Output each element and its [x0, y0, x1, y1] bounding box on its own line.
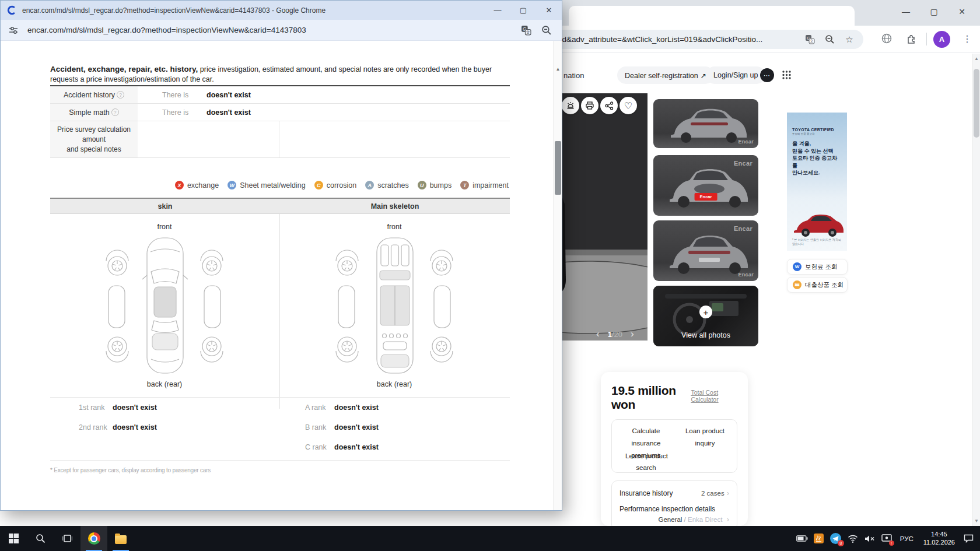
- battery-icon[interactable]: [796, 533, 808, 545]
- zoom-out-icon[interactable]: [824, 34, 835, 45]
- windows-taskbar: 8 ! РУС 14:45 11.02.2026: [0, 526, 980, 551]
- carousel-prev-icon[interactable]: ‹: [596, 328, 600, 340]
- history-box: Insurance history 2 cases› Performance i…: [611, 480, 737, 526]
- ad-brand: TOYOTA CERTIFIED: [792, 128, 842, 132]
- insurance-history-value: 2 cases: [701, 490, 724, 497]
- address-bar[interactable]: ed&adv_attribute=&wtClick_korList=019&ad…: [542, 30, 863, 49]
- legend-item: WSheet metal/welding: [228, 181, 306, 189]
- popup-close-button[interactable]: ✕: [536, 1, 562, 20]
- footnote: * Except for passenger cars, display acc…: [50, 467, 211, 473]
- ad-car-image: [789, 212, 845, 238]
- dealer-self-registration-button[interactable]: Dealer self-registration ↗: [617, 66, 714, 84]
- popup-maximize-button[interactable]: ▢: [510, 1, 536, 20]
- rank-value: doesn't exist: [113, 403, 157, 412]
- carousel-next-icon[interactable]: ›: [631, 328, 634, 340]
- globe-icon[interactable]: [878, 30, 895, 47]
- popup-scrollbar-thumb[interactable]: [555, 141, 561, 195]
- popup-minimize-button[interactable]: —: [485, 1, 510, 20]
- legend-item: Timpairment: [460, 181, 509, 189]
- translate-icon[interactable]: G文: [804, 34, 816, 45]
- scroll-down-icon[interactable]: ▼: [972, 518, 980, 524]
- encar-watermark: Encar: [734, 160, 752, 167]
- extensions-icon[interactable]: [903, 30, 919, 47]
- telegram-badge: 8: [838, 540, 844, 546]
- rank-label: A rank: [305, 403, 326, 412]
- start-button[interactable]: [0, 526, 27, 551]
- skeleton-car-diagram: [328, 236, 461, 377]
- chevron-right-icon: ›: [727, 489, 729, 497]
- popup-translate-icon[interactable]: G文: [521, 25, 531, 36]
- taskbar-explorer-icon[interactable]: [107, 526, 134, 551]
- url-text[interactable]: ed&adv_attribute=&wtClick_korList=019&ad…: [558, 35, 804, 44]
- main-scrollbar[interactable]: ▲ ▼: [972, 54, 980, 526]
- task-view-button[interactable]: [54, 526, 80, 551]
- chat-icon[interactable]: ⋯: [760, 68, 774, 82]
- exist-label: There is: [162, 91, 198, 99]
- window-controls: — ▢ ✕: [894, 3, 974, 20]
- carousel-page-indicator: 1/20: [608, 330, 622, 339]
- cell-divider: [279, 121, 279, 157]
- taskbar-search-button[interactable]: [27, 526, 54, 551]
- display-alert-tray-icon[interactable]: !: [881, 533, 892, 545]
- volume-muted-icon[interactable]: [864, 533, 876, 545]
- share-icon[interactable]: [600, 97, 618, 114]
- skin-car-diagram: [98, 236, 231, 377]
- siren-report-icon[interactable]: [562, 97, 579, 114]
- inspection-row[interactable]: Performance inspection details General /…: [620, 505, 729, 524]
- popup-scrollbar[interactable]: ▲: [553, 41, 562, 510]
- photo-carousel-controls: ‹ 1/20 ›: [596, 328, 634, 340]
- popup-url[interactable]: encar.com/md/sl/mdsl_regcar.do?method=in…: [27, 26, 521, 34]
- total-cost-calculator-link[interactable]: Total Cost Calculator: [691, 389, 737, 403]
- thumbnail-front[interactable]: Encar Encar: [653, 155, 758, 216]
- loan-product-inquiry-button[interactable]: Loan product inquiry: [677, 425, 733, 450]
- print-icon[interactable]: [581, 97, 598, 114]
- wifi-icon[interactable]: [847, 533, 859, 545]
- close-button[interactable]: ✕: [950, 3, 974, 20]
- insurance-history-row[interactable]: Insurance history 2 cases›: [620, 489, 729, 497]
- insurance-fee-lookup-button[interactable]: W 보험료 조회: [787, 259, 848, 275]
- divider: [50, 397, 510, 398]
- row-label: Accident history?: [50, 86, 138, 103]
- loan-product-lookup-button[interactable]: ₩ 대출상품 조회: [787, 277, 848, 293]
- ad-line: 만나보세요.: [792, 169, 842, 177]
- table-row: Simple math? There isdoesn't exist: [50, 104, 510, 121]
- toyota-ad-banner[interactable]: TOYOTA CERTIFIED 토요타 인증 중고차 올 겨울, 믿을 수 있…: [787, 113, 847, 251]
- skeleton-section-title: Main skeleton: [280, 199, 510, 213]
- scroll-up-icon[interactable]: ▲: [972, 56, 980, 61]
- thumbnail-rear-2[interactable]: Encar Encar: [653, 220, 758, 281]
- menu-kebab-icon[interactable]: ⋮: [961, 30, 973, 47]
- favorite-heart-icon[interactable]: ♡: [620, 97, 637, 114]
- popup-titlebar[interactable]: encar.com/md/sl/mdsl_regcar.do?method=in…: [1, 1, 562, 20]
- rank-label: 1st rank: [79, 403, 104, 412]
- bookmark-star-icon[interactable]: ☆: [844, 34, 855, 45]
- login-signup-button[interactable]: Login/Sign up: [706, 66, 765, 84]
- language-indicator[interactable]: РУС: [898, 535, 916, 542]
- calc-insurance-lease-buttons[interactable]: Calculate insurance premiumsLease produc…: [615, 425, 677, 474]
- view-all-photos-label[interactable]: View all photos: [653, 331, 758, 339]
- rank-value: doesn't exist: [113, 423, 157, 431]
- skeleton-back-label: back (rear): [336, 380, 453, 388]
- java-tray-icon[interactable]: [813, 533, 825, 545]
- impairment-icon: T: [460, 181, 469, 189]
- apps-grid-icon[interactable]: [782, 70, 792, 80]
- insurance-icon: W: [793, 262, 802, 271]
- minimize-button[interactable]: —: [894, 3, 918, 20]
- damage-legend: Xexchange WSheet metal/welding Ccorrosio…: [175, 181, 509, 189]
- taskbar-chrome-icon[interactable]: [80, 526, 107, 551]
- info-icon[interactable]: ?: [117, 91, 124, 99]
- date: 11.02.2026: [923, 539, 955, 547]
- thumbnail-rear-1[interactable]: Encar: [653, 99, 758, 148]
- info-icon[interactable]: ?: [111, 108, 119, 116]
- telegram-tray-icon[interactable]: 8: [830, 533, 842, 545]
- browser-tab[interactable]: [569, 6, 855, 26]
- taskbar-clock[interactable]: 14:45 11.02.2026: [921, 531, 957, 546]
- profile-avatar[interactable]: A: [933, 31, 950, 48]
- maximize-button[interactable]: ▢: [922, 3, 946, 20]
- main-scrollbar-thumb[interactable]: [974, 69, 979, 138]
- thumbnail-interior-view-all[interactable]: + View all photos: [653, 286, 758, 346]
- rank-value: doesn't exist: [334, 423, 379, 431]
- scroll-up-icon[interactable]: ▲: [554, 66, 562, 72]
- notification-center-icon[interactable]: [963, 533, 974, 545]
- tune-icon[interactable]: [8, 25, 19, 36]
- popup-zoom-out-icon[interactable]: [541, 25, 552, 36]
